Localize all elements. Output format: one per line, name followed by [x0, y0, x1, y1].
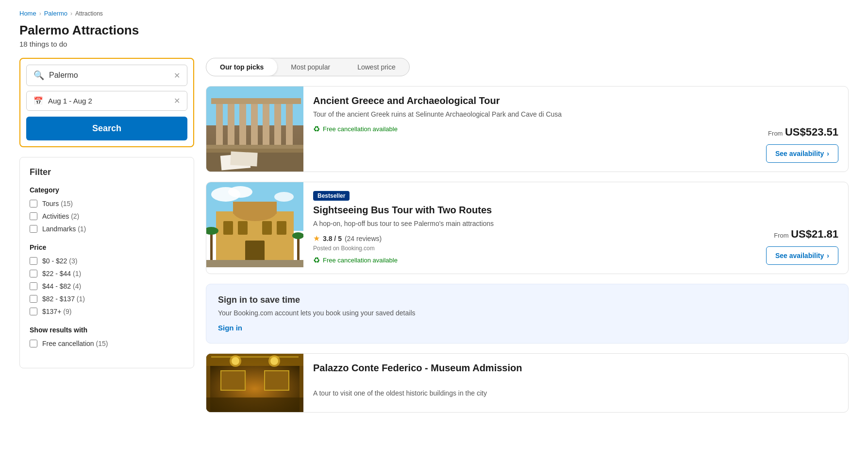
svg-rect-24 [277, 221, 286, 235]
svg-rect-30 [206, 260, 303, 267]
breadcrumb-city[interactable]: Palermo [44, 10, 67, 17]
svg-rect-6 [263, 101, 269, 147]
price-section: Price $0 - $22 (3) $22 - $44 (1) $44 - $… [30, 243, 184, 315]
left-panel: 🔍 ✕ 📅 Aug 1 - Aug 2 ✕ Search Filter Cate… [19, 58, 194, 413]
signin-title: Sign in to save time [218, 295, 836, 305]
svg-rect-23 [262, 221, 272, 235]
price-label: Price [30, 243, 184, 251]
price-137plus-label: $137+ (9) [42, 308, 71, 315]
category-tours[interactable]: Tours (15) [30, 200, 184, 207]
breadcrumb: Home › Palermo › Attractions [19, 10, 849, 17]
date-input-row[interactable]: 📅 Aug 1 - Aug 2 ✕ [26, 91, 187, 111]
free-cancel-icon-1: ♻ [313, 124, 320, 134]
category-tours-checkbox[interactable] [30, 200, 37, 207]
card-body-1: Ancient Greece and Archaeological Tour T… [303, 86, 756, 172]
svg-rect-43 [206, 397, 303, 412]
svg-point-29 [292, 232, 303, 239]
svg-rect-4 [239, 101, 246, 147]
free-cancellation-checkbox[interactable] [30, 340, 37, 347]
category-label: Category [30, 186, 184, 194]
svg-rect-9 [211, 98, 301, 104]
price-0-22-label: $0 - $22 (3) [42, 257, 77, 265]
svg-rect-28 [297, 236, 300, 262]
show-results-label: Show results with [30, 326, 184, 334]
category-landmarks-checkbox[interactable] [30, 225, 37, 233]
svg-rect-8 [286, 101, 293, 147]
card-right-1: From US$523.51 See availability › [756, 86, 848, 172]
svg-rect-7 [274, 101, 281, 147]
svg-rect-20 [233, 202, 277, 214]
breadcrumb-current: Attractions [75, 10, 103, 17]
right-panel: Our top picks Most popular Lowest price [206, 58, 849, 413]
svg-rect-26 [210, 231, 213, 260]
svg-rect-41 [221, 371, 245, 390]
availability-button-2[interactable]: See availability › [766, 246, 838, 265]
svg-rect-33 [206, 354, 303, 366]
category-activities-checkbox[interactable] [30, 212, 37, 220]
page-title: Palermo Attractions [19, 23, 849, 38]
svg-rect-42 [265, 371, 289, 390]
sort-tabs: Our top picks Most popular Lowest price [206, 58, 410, 76]
svg-rect-11 [206, 149, 303, 153]
filter-title: Filter [30, 167, 184, 177]
category-activities[interactable]: Activities (2) [30, 212, 184, 220]
listing-card-1: Ancient Greece and Archaeological Tour T… [206, 86, 849, 172]
clear-location-icon[interactable]: ✕ [174, 71, 180, 80]
location-input[interactable] [49, 71, 169, 80]
tours-count: (15) [61, 200, 73, 207]
svg-point-17 [274, 192, 294, 202]
price-137plus[interactable]: $137+ (9) [30, 308, 184, 315]
price-82-137[interactable]: $82 - $137 (1) [30, 295, 184, 303]
bestseller-badge: Bestseller [313, 191, 350, 201]
price-82-137-label: $82 - $137 (1) [42, 295, 85, 303]
svg-rect-13 [230, 152, 257, 167]
svg-rect-34 [211, 356, 299, 358]
date-value: Aug 1 - Aug 2 [48, 97, 169, 105]
category-activities-label: Activities (2) [42, 212, 79, 220]
price-44-82-checkbox[interactable] [30, 282, 37, 290]
location-input-row[interactable]: 🔍 ✕ [26, 65, 187, 86]
svg-rect-5 [251, 101, 258, 147]
price-137plus-checkbox[interactable] [30, 308, 37, 315]
breadcrumb-sep2: › [70, 10, 72, 17]
breadcrumb-home[interactable]: Home [19, 10, 36, 17]
review-count: (24 reviews) [345, 235, 382, 242]
price-0-22-checkbox[interactable] [30, 257, 37, 265]
activities-count: (2) [71, 212, 79, 220]
listing-2-price-from: From [774, 232, 788, 239]
listing-3-desc: A tour to visit one of the oldest histor… [313, 388, 838, 398]
clear-date-icon[interactable]: ✕ [174, 96, 180, 105]
tab-lowest-price[interactable]: Lowest price [344, 58, 409, 76]
svg-rect-2 [216, 101, 223, 147]
page-subtitle: 18 things to do [19, 40, 849, 48]
listing-1-price-from: From [768, 130, 783, 137]
price-22-44[interactable]: $22 - $44 (1) [30, 270, 184, 277]
card-right-2: From US$21.81 See availability › [756, 182, 848, 274]
listing-1-free-cancel: ♻ Free cancellation available [313, 124, 398, 134]
price-0-22[interactable]: $0 - $22 (3) [30, 257, 184, 265]
card-image-1 [206, 86, 303, 172]
price-82-137-checkbox[interactable] [30, 295, 37, 303]
price-22-44-label: $22 - $44 (1) [42, 270, 81, 277]
category-landmarks[interactable]: Landmarks (1) [30, 225, 184, 233]
star-icon: ★ [313, 234, 320, 243]
listing-2-desc: A hop-on, hop-off bus tour to see Palerm… [313, 219, 747, 229]
availability-button-1[interactable]: See availability › [766, 144, 838, 163]
signin-link[interactable]: Sign in [218, 324, 242, 332]
search-button[interactable]: Search [26, 117, 187, 140]
price-44-82-label: $44 - $82 (4) [42, 282, 81, 290]
category-section: Category Tours (15) Activities (2) Landm… [30, 186, 184, 233]
tab-most-popular[interactable]: Most popular [277, 58, 344, 76]
bus-tour-svg [206, 182, 303, 267]
listing-2-title: Sightseeing Bus Tour with Two Routes [313, 205, 747, 216]
free-cancellation-filter[interactable]: Free cancellation (15) [30, 340, 184, 347]
price-44-82[interactable]: $44 - $82 (4) [30, 282, 184, 290]
card-body-2: Bestseller Sightseeing Bus Tour with Two… [303, 182, 756, 274]
svg-rect-10 [206, 145, 303, 149]
signin-card: Sign in to save time Your Booking.com ac… [206, 284, 849, 344]
search-icon: 🔍 [33, 70, 44, 81]
signin-desc: Your Booking.com account lets you book u… [218, 309, 836, 317]
tab-top-picks[interactable]: Our top picks [206, 58, 277, 76]
price-22-44-checkbox[interactable] [30, 270, 37, 277]
free-cancel-icon-2: ♻ [313, 256, 320, 265]
